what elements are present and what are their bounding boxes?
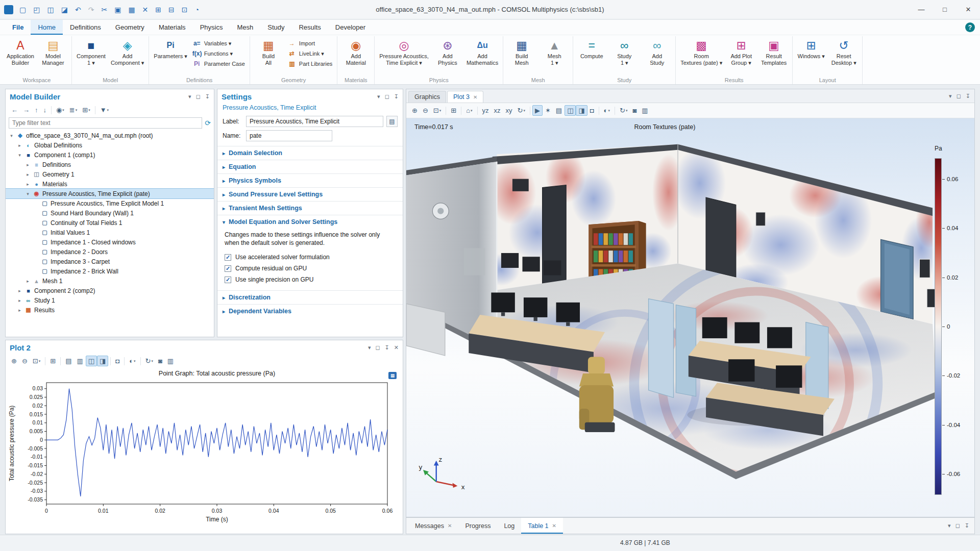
close-panel-icon[interactable]: ✕: [394, 344, 399, 351]
build-all-button[interactable]: ▦BuildAll: [253, 37, 284, 68]
section-header-physics-symbols[interactable]: ▸Physics Symbols: [217, 174, 403, 187]
delete-icon[interactable]: ✕: [139, 4, 152, 15]
snapshot-icon[interactable]: ◙: [630, 105, 639, 116]
section-header-sound-pressure-level-settings[interactable]: ▸Sound Pressure Level Settings: [217, 188, 403, 201]
undo-icon[interactable]: ↶: [72, 4, 84, 15]
tree-item-global-definitions[interactable]: ▸◐Global Definitions: [6, 140, 214, 150]
zoom-in-icon[interactable]: ⊕: [409, 105, 420, 116]
snapshot-icon[interactable]: ◙: [156, 356, 165, 366]
model-builder-window-icon[interactable]: ⊞: [152, 4, 164, 15]
float-panel-icon[interactable]: ◻: [196, 93, 201, 100]
move-up-icon[interactable]: ↑: [32, 105, 41, 115]
minimize-button[interactable]: —: [910, 0, 933, 19]
print-icon[interactable]: ▥: [639, 105, 650, 116]
import-button[interactable]: →Import: [285, 39, 334, 47]
menu-materials[interactable]: Materials: [152, 20, 193, 35]
float-panel-icon[interactable]: ◻: [375, 344, 380, 351]
functions-button[interactable]: f(x)Functions ▾: [190, 49, 247, 58]
expand-icon[interactable]: ▸: [17, 143, 22, 148]
zoom-in-icon[interactable]: ⊕: [9, 356, 19, 366]
panel-menu-icon[interactable]: ▾: [188, 93, 191, 100]
pin-panel-icon[interactable]: ↧: [394, 93, 399, 100]
tab-progress[interactable]: Progress: [458, 518, 497, 534]
expand-icon[interactable]: ▸: [25, 279, 31, 284]
tree-item-pressure-acoustics-time-explicit-pate[interactable]: ▾◉Pressure Acoustics, Time Explicit (pat…: [6, 189, 214, 198]
tab-graphics[interactable]: Graphics: [408, 91, 446, 103]
settings-window-icon[interactable]: ⊟: [165, 4, 178, 15]
add-component-button[interactable]: ◈AddComponent ▾: [109, 37, 146, 68]
model-tree-filter-icon[interactable]: ▼▾: [97, 105, 111, 115]
checkbox-use-single-precision-on-gpu[interactable]: ✓Use single precision on GPU: [225, 274, 396, 285]
graphics-window-icon[interactable]: ⊡: [179, 4, 191, 15]
menu-study[interactable]: Study: [260, 20, 291, 35]
section-header-transient-mesh-settings[interactable]: ▸Transient Mesh Settings: [217, 202, 403, 215]
room-acoustics-3d-scene[interactable]: x y z: [406, 118, 974, 517]
x-log-scale-icon[interactable]: ▤: [63, 356, 74, 366]
update-plot-icon[interactable]: ↻▾: [617, 105, 630, 116]
close-button[interactable]: ✕: [957, 0, 980, 19]
plot-properties-icon[interactable]: ▦: [388, 372, 397, 379]
float-panel-icon[interactable]: ◻: [957, 93, 961, 99]
scene-light-icon[interactable]: ✶: [543, 105, 553, 116]
copy-icon[interactable]: ▣: [111, 4, 124, 15]
collapse-icon[interactable]: ▾: [9, 133, 14, 138]
section-header-equation[interactable]: ▸Equation: [217, 160, 403, 173]
section-header-discretization[interactable]: ▸Discretization: [217, 291, 403, 304]
label-input[interactable]: [246, 116, 383, 127]
menu-definitions[interactable]: Definitions: [63, 20, 108, 35]
add-physics-button[interactable]: ⊛AddPhysics: [432, 37, 463, 68]
zoom-box-icon[interactable]: ⊡▾: [30, 356, 43, 366]
plot2-chart-svg[interactable]: Point Graph: Total acoustic pressure (Pa…: [6, 367, 403, 533]
build-mesh-button[interactable]: ▦BuildMesh: [506, 37, 537, 68]
expand-icon[interactable]: ▸: [25, 172, 31, 177]
maximize-button[interactable]: □: [933, 0, 957, 19]
float-panel-icon[interactable]: ◻: [385, 93, 389, 100]
tree-filter-input[interactable]: [9, 117, 202, 129]
tree-item-impedance-2-brick-wall[interactable]: ▢Impedance 2 - Brick Wall: [6, 266, 214, 276]
menu-home[interactable]: Home: [31, 20, 63, 35]
compute-button[interactable]: =Compute: [576, 37, 607, 61]
study-1-button[interactable]: ∞Study1 ▾: [608, 37, 640, 68]
update-plot-icon[interactable]: ↻▾: [143, 356, 156, 366]
pin-panel-icon[interactable]: ↧: [965, 522, 969, 529]
tree-item-mesh-1[interactable]: ▸▲Mesh 1: [6, 276, 214, 286]
node-grouping-icon[interactable]: ⊞▾: [80, 105, 92, 115]
pin-panel-icon[interactable]: ↧: [385, 344, 389, 351]
collapse-icon[interactable]: ▾: [25, 191, 31, 196]
graphics-canvas[interactable]: x y z Time=0.017 s Room Textures (pate) …: [406, 118, 974, 517]
close-tab-icon[interactable]: ✕: [473, 94, 477, 100]
open-file-icon[interactable]: ◰: [30, 4, 43, 15]
tree-item-impedance-1-closed-windows[interactable]: ▢Impedance 1 - Closed windows: [6, 237, 214, 247]
transparency-icon[interactable]: ◫: [565, 105, 576, 116]
add-study-button[interactable]: ∞AddStudy: [641, 37, 673, 68]
part-libraries-button[interactable]: ▥Part Libraries: [285, 60, 334, 68]
reset-desktop-button[interactable]: ↺ResetDesktop ▾: [828, 37, 860, 68]
application-builder-button[interactable]: AApplicationBuilder: [5, 37, 36, 68]
color-theme-icon[interactable]: ◐▾: [601, 105, 612, 116]
tree-item-initial-values-1[interactable]: ▢Initial Values 1: [6, 228, 214, 237]
tree-item-pressure-acoustics-time-explicit-model-1[interactable]: ▢Pressure Acoustics, Time Explicit Model…: [6, 198, 214, 208]
panel-menu-icon[interactable]: ▾: [949, 93, 952, 99]
section-header-model-equation-and-solver-settings[interactable]: ▾Model Equation and Solver Settings: [217, 215, 403, 229]
menu-developer[interactable]: Developer: [328, 20, 373, 35]
tab-log[interactable]: Log: [497, 518, 521, 534]
lock-view-icon[interactable]: ◘: [587, 105, 597, 116]
lock-axes-icon[interactable]: ◘: [113, 356, 122, 366]
checkbox-compute-residual-on-gpu[interactable]: ✓Compute residual on GPU: [225, 263, 396, 274]
pin-panel-icon[interactable]: ↧: [966, 93, 970, 99]
tree-item-component-1-comp1[interactable]: ▾■Component 1 (comp1): [6, 150, 214, 160]
clip-plane-icon[interactable]: ◨: [576, 105, 587, 116]
collapse-all-icon[interactable]: ≣▾: [67, 105, 80, 115]
help-icon[interactable]: ?: [965, 22, 975, 32]
menu-mesh[interactable]: Mesh: [230, 20, 260, 35]
save-icon[interactable]: ◫: [44, 4, 57, 15]
refresh-icon[interactable]: ⟳: [205, 119, 211, 127]
play-animation-icon[interactable]: ▶: [532, 105, 543, 116]
expand-icon[interactable]: ▸: [17, 288, 22, 293]
view-along-z-icon[interactable]: xy: [503, 105, 515, 116]
tree-item-materials[interactable]: ▸●Materials: [6, 179, 214, 189]
zoom-extents-icon[interactable]: ⊞: [47, 356, 58, 366]
add-plot-group-button[interactable]: ⊞Add PlotGroup ▾: [725, 37, 757, 68]
collapse-icon[interactable]: ▾: [17, 153, 22, 158]
paste-icon[interactable]: ▦: [125, 4, 138, 15]
